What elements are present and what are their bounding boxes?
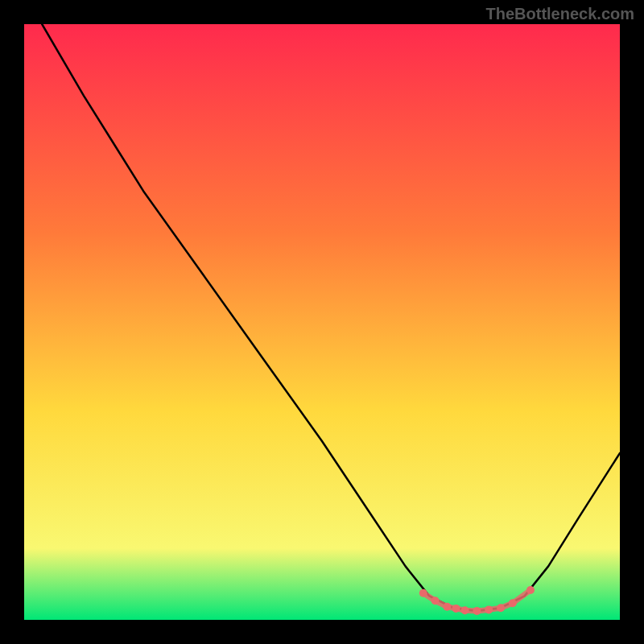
watermark-text: TheBottleneck.com: [486, 5, 634, 23]
optimal-point: [431, 597, 440, 605]
optimal-point: [509, 599, 517, 607]
optimal-point: [526, 586, 535, 594]
optimal-point: [461, 606, 469, 614]
optimal-point: [497, 604, 505, 612]
chart-container: TheBottleneck.com: [0, 0, 644, 644]
optimal-point: [473, 607, 481, 615]
optimal-point: [419, 589, 427, 597]
optimal-point: [452, 605, 460, 613]
optimal-point: [485, 605, 493, 613]
chart-plot-area: [24, 24, 620, 620]
optimal-point: [443, 603, 451, 611]
chart-background: [24, 24, 620, 620]
chart-svg: [24, 24, 620, 620]
